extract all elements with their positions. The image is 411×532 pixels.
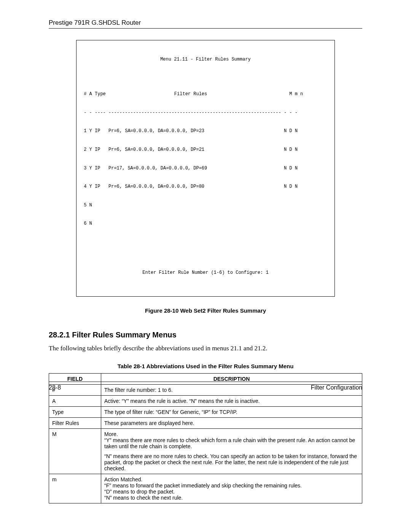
terminal-title: Menu 21.11 - Filter Rules Summary — [81, 56, 330, 62]
terminal-row: 5 N — [81, 202, 330, 208]
figure-caption: Figure 28-10 Web Set2 Filter Rules Summa… — [49, 307, 362, 314]
table-cell-field: Filter Rules — [49, 418, 101, 429]
terminal-row: 6 N — [81, 220, 330, 227]
abbreviations-table: FIELD DESCRIPTION # The filter rule numb… — [49, 373, 362, 503]
table-cell-field: M — [49, 429, 101, 474]
table-cell-desc: The type of filter rule: “GEN” for Gener… — [101, 407, 362, 418]
page-header: Prestige 791R G.SHDSL Router — [49, 19, 362, 29]
terminal-screenshot: Menu 21.11 - Filter Rules Summary # A Ty… — [76, 40, 335, 297]
table-cell-desc-p2: “N” means there are no more rules to che… — [104, 453, 359, 471]
terminal-column-divider: - - ---- -------------------------------… — [81, 110, 330, 116]
table-row: M More. “Y” means there are more rules t… — [49, 429, 362, 474]
table-cell-field: m — [49, 474, 101, 503]
footer-page-number: 28-8 — [49, 384, 61, 391]
table-row: Type The type of filter rule: “GEN” for … — [49, 407, 362, 418]
table-cell-desc: Action Matched. “F” means to forward the… — [101, 474, 362, 503]
terminal-row: 2 Y IP Pr=6, SA=0.0.0.0, DA=0.0.0.0, DP=… — [81, 147, 330, 153]
table-cell-field: A — [49, 396, 101, 407]
terminal-column-header: # A Type Filter Rules M m n — [81, 91, 330, 97]
header-title: Prestige 791R G.SHDSL Router — [49, 19, 141, 26]
section-heading: 28.2.1 Filter Rules Summary Menus — [49, 331, 362, 339]
table-caption: Table 28-1 Abbreviations Used in the Fil… — [49, 363, 362, 369]
terminal-prompt: Enter Filter Rule Number (1-6) to Config… — [81, 270, 330, 276]
table-cell-desc: These parameters are displayed here. — [101, 418, 362, 429]
table-row: A Active: “Y” means the rule is active. … — [49, 396, 362, 407]
terminal-row: 4 Y IP Pr=6, SA=0.0.0.0, DA=0.0.0.0, DP=… — [81, 184, 330, 190]
table-cell-desc-p1: More. “Y” means there are more rules to … — [104, 431, 359, 449]
terminal-row: 3 Y IP Pr=17, SA=0.0.0.0, DA=0.0.0.0, DP… — [81, 165, 330, 171]
table-cell-desc: More. “Y” means there are more rules to … — [101, 429, 362, 474]
document-page: Prestige 791R G.SHDSL Router Menu 21.11 … — [0, 0, 411, 532]
terminal-row: 1 Y IP Pr=6, SA=0.0.0.0, DA=0.0.0.0, DP=… — [81, 128, 330, 134]
page-footer: 28-8 Filter Configuration — [49, 382, 362, 391]
footer-section-title: Filter Configuration — [311, 384, 362, 391]
table-row: m Action Matched. “F” means to forward t… — [49, 474, 362, 503]
table-cell-desc: Active: “Y” means the rule is active. “N… — [101, 396, 362, 407]
table-row: Filter Rules These parameters are displa… — [49, 418, 362, 429]
table-cell-field: Type — [49, 407, 101, 418]
body-paragraph: The following tables briefly describe th… — [49, 345, 362, 352]
